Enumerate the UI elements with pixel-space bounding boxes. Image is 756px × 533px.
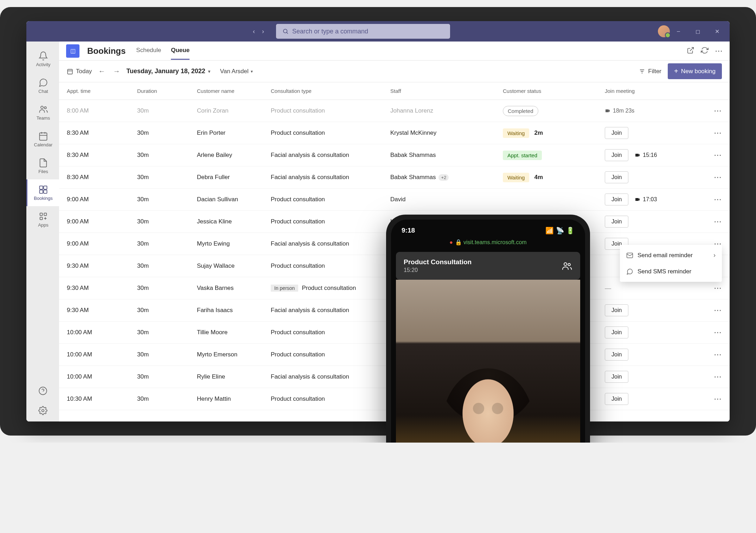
- nav-back-icon[interactable]: ‹: [251, 26, 256, 37]
- cell-duration: 30m: [137, 152, 197, 159]
- tab-queue[interactable]: Queue: [171, 42, 190, 60]
- menu-send-sms[interactable]: Send SMS reminder: [620, 264, 722, 280]
- participants-icon[interactable]: [561, 260, 572, 272]
- row-more-icon[interactable]: ⋯: [714, 128, 722, 138]
- join-button[interactable]: Join: [605, 349, 628, 361]
- nav-forward-icon[interactable]: ›: [261, 26, 265, 37]
- svg-rect-13: [44, 213, 46, 216]
- cell-type: Product consultation: [271, 218, 390, 225]
- svg-rect-17: [68, 69, 72, 74]
- chevron-right-icon: ›: [713, 252, 716, 259]
- refresh-icon[interactable]: [701, 46, 709, 54]
- phone-video-feed: [396, 280, 580, 443]
- join-button[interactable]: Join: [605, 393, 628, 405]
- help-icon[interactable]: [38, 386, 47, 395]
- titlebar: ‹ › – ◻ ✕: [26, 21, 730, 42]
- cell-join: Join 17:03⋯: [605, 193, 722, 205]
- cell-time: 9:00 AM: [67, 240, 137, 247]
- row-more-icon[interactable]: ⋯: [714, 151, 722, 160]
- cell-join: Join⋯: [605, 304, 722, 316]
- close-button[interactable]: ✕: [707, 21, 727, 42]
- col-join: Join meeting: [605, 88, 722, 94]
- today-button[interactable]: Today: [67, 68, 92, 75]
- date-selector[interactable]: Tuesday, January 18, 2022▾: [126, 68, 210, 75]
- menu-send-email[interactable]: Send email reminder›: [620, 247, 722, 264]
- join-button[interactable]: Join: [605, 171, 628, 183]
- join-button[interactable]: Join: [605, 127, 628, 139]
- join-button[interactable]: Join: [605, 149, 628, 161]
- table-row[interactable]: 8:30 AM30mDebra FullerFacial analysis & …: [59, 166, 730, 189]
- svg-rect-11: [44, 190, 47, 193]
- join-button[interactable]: Join: [605, 304, 628, 316]
- svg-point-15: [39, 387, 47, 395]
- join-button[interactable]: Join: [605, 193, 628, 205]
- cell-status: Completed: [503, 106, 605, 116]
- minimize-button[interactable]: –: [669, 21, 688, 42]
- tablet-frame: ‹ › – ◻ ✕ Activity Chat Teams Calendar F…: [0, 7, 756, 436]
- recording-info: 18m 23s: [605, 108, 634, 114]
- rail-label: Teams: [37, 115, 50, 121]
- location-selector[interactable]: Van Arsdel▾: [220, 68, 253, 75]
- search-input[interactable]: [292, 28, 444, 35]
- rail-files[interactable]: Files: [26, 153, 59, 179]
- user-avatar[interactable]: [658, 25, 670, 37]
- row-more-icon[interactable]: ⋯: [714, 217, 722, 226]
- row-more-icon[interactable]: ⋯: [714, 350, 722, 359]
- cell-type: Facial analysis & consultation: [271, 307, 390, 314]
- table-row[interactable]: 8:30 AM30mArlene BaileyFacial analysis &…: [59, 144, 730, 166]
- search-box[interactable]: [276, 24, 450, 39]
- cell-join: Join⋯: [605, 171, 722, 183]
- popout-icon[interactable]: [687, 46, 694, 54]
- prev-day-icon[interactable]: ←: [97, 66, 107, 77]
- cell-time: 8:30 AM: [67, 129, 137, 137]
- join-button[interactable]: Join: [605, 371, 628, 383]
- rail-label: Apps: [38, 222, 49, 228]
- rail-chat[interactable]: Chat: [26, 72, 59, 99]
- row-more-icon[interactable]: ⋯: [714, 195, 722, 204]
- tab-schedule[interactable]: Schedule: [136, 42, 161, 60]
- cell-customer: Myrto Emerson: [197, 351, 271, 358]
- table-row[interactable]: 9:00 AM30mDacian SullivanProduct consult…: [59, 189, 730, 211]
- recording-info: 15:16: [635, 152, 657, 158]
- col-time: Appt. time: [67, 88, 137, 94]
- chevron-down-icon: ▾: [251, 69, 253, 74]
- col-type: Consultation type: [271, 88, 390, 94]
- rail-apps[interactable]: Apps: [26, 206, 59, 233]
- app-rail: Activity Chat Teams Calendar Files Booki…: [26, 42, 59, 421]
- cell-duration: 30m: [137, 285, 197, 292]
- cell-customer: Jessica Kline: [197, 218, 271, 225]
- cell-duration: 30m: [137, 373, 197, 380]
- cell-duration: 30m: [137, 307, 197, 314]
- row-more-icon[interactable]: ⋯: [714, 306, 722, 315]
- row-more-icon[interactable]: ⋯: [714, 328, 722, 337]
- cell-customer: Fariha Isaacs: [197, 307, 271, 314]
- cell-duration: 30m: [137, 129, 197, 137]
- table-row[interactable]: 8:30 AM30mErin PorterProduct consultatio…: [59, 122, 730, 144]
- rail-bookings[interactable]: Bookings: [26, 179, 59, 206]
- row-more-icon[interactable]: ⋯: [714, 106, 722, 115]
- maximize-button[interactable]: ◻: [688, 21, 707, 42]
- row-more-icon[interactable]: ⋯: [714, 394, 722, 404]
- cell-join: 18m 23s⋯: [605, 106, 722, 115]
- row-more-icon[interactable]: ⋯: [714, 372, 722, 381]
- cell-customer: Tillie Moore: [197, 329, 271, 336]
- more-icon[interactable]: ⋯: [715, 46, 723, 56]
- rail-activity[interactable]: Activity: [26, 46, 59, 72]
- table-row[interactable]: 8:00 AM30mCorin ZoranProduct consultatio…: [59, 100, 730, 122]
- rail-teams[interactable]: Teams: [26, 99, 59, 126]
- join-button[interactable]: Join: [605, 216, 628, 228]
- settings-icon[interactable]: [38, 406, 47, 415]
- lock-icon: 🔒: [455, 239, 462, 245]
- cell-time: 10:00 AM: [67, 329, 137, 336]
- cell-time: 10:30 AM: [67, 395, 137, 402]
- cell-join: Join⋯: [605, 216, 722, 228]
- filter-button[interactable]: Filter: [639, 68, 661, 75]
- rail-calendar[interactable]: Calendar: [26, 126, 59, 153]
- cell-time: 9:00 AM: [67, 196, 137, 203]
- cell-type: Product consultation: [271, 196, 390, 203]
- next-day-icon[interactable]: →: [111, 66, 121, 77]
- row-more-icon[interactable]: ⋯: [714, 173, 722, 182]
- row-more-icon[interactable]: ⋯: [714, 284, 722, 293]
- join-button[interactable]: Join: [605, 326, 628, 338]
- new-booking-button[interactable]: +New booking: [668, 63, 722, 79]
